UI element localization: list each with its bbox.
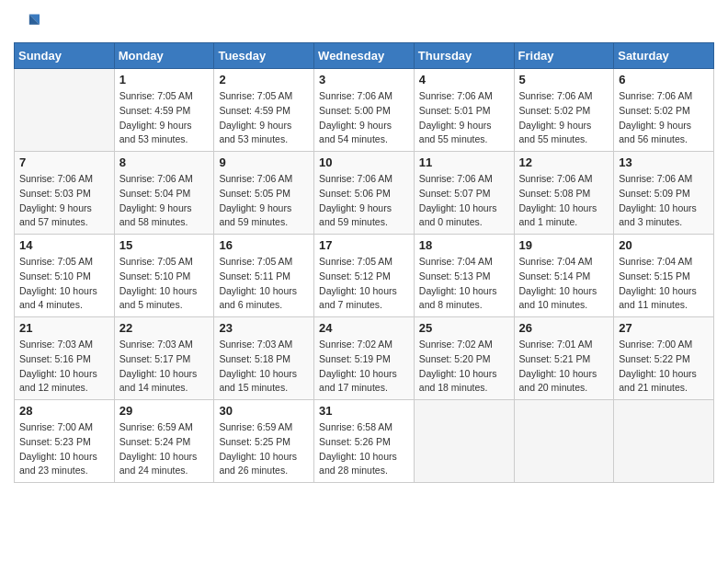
day-number: 9 xyxy=(219,155,309,169)
day-number: 25 xyxy=(419,321,509,335)
day-number: 5 xyxy=(519,73,609,86)
calendar-cell: 27Sunrise: 7:00 AMSunset: 5:22 PMDayligh… xyxy=(614,317,714,400)
calendar-cell: 3Sunrise: 7:06 AMSunset: 5:00 PMDaylight… xyxy=(314,69,415,152)
day-number: 29 xyxy=(119,404,210,418)
day-number: 24 xyxy=(319,321,409,335)
page-header xyxy=(14,9,714,35)
day-info: Sunrise: 7:05 AMSunset: 5:10 PMDaylight:… xyxy=(119,255,210,313)
day-number: 3 xyxy=(319,73,409,86)
day-info: Sunrise: 7:06 AMSunset: 5:04 PMDaylight:… xyxy=(119,172,210,230)
week-row-2: 14Sunrise: 7:05 AMSunset: 5:10 PMDayligh… xyxy=(15,235,714,317)
header-friday: Friday xyxy=(514,43,614,69)
day-number: 7 xyxy=(19,155,109,169)
day-info: Sunrise: 7:05 AMSunset: 4:59 PMDaylight:… xyxy=(119,89,210,147)
day-info: Sunrise: 7:05 AMSunset: 5:10 PMDaylight:… xyxy=(19,255,109,313)
header-sunday: Sunday xyxy=(15,43,115,69)
day-number: 17 xyxy=(319,238,409,252)
calendar-cell: 21Sunrise: 7:03 AMSunset: 5:16 PMDayligh… xyxy=(15,317,115,400)
day-info: Sunrise: 7:05 AMSunset: 4:59 PMDaylight:… xyxy=(219,89,309,147)
day-info: Sunrise: 7:06 AMSunset: 5:01 PMDaylight:… xyxy=(419,89,509,147)
calendar-cell: 30Sunrise: 6:59 AMSunset: 5:25 PMDayligh… xyxy=(214,400,314,483)
day-number: 12 xyxy=(519,155,609,169)
day-number: 23 xyxy=(219,321,309,335)
calendar-cell: 12Sunrise: 7:06 AMSunset: 5:08 PMDayligh… xyxy=(514,152,614,235)
header-wednesday: Wednesday xyxy=(314,43,415,69)
week-row-0: 1Sunrise: 7:05 AMSunset: 4:59 PMDaylight… xyxy=(15,69,714,152)
day-info: Sunrise: 6:58 AMSunset: 5:26 PMDaylight:… xyxy=(319,420,409,478)
calendar-cell: 8Sunrise: 7:06 AMSunset: 5:04 PMDaylight… xyxy=(114,152,214,235)
calendar-cell: 29Sunrise: 6:59 AMSunset: 5:24 PMDayligh… xyxy=(114,400,214,483)
day-info: Sunrise: 7:06 AMSunset: 5:00 PMDaylight:… xyxy=(319,89,409,147)
calendar-header-row: SundayMondayTuesdayWednesdayThursdayFrid… xyxy=(15,43,714,69)
day-number: 2 xyxy=(219,73,309,86)
day-info: Sunrise: 7:02 AMSunset: 5:19 PMDaylight:… xyxy=(319,338,409,396)
day-number: 19 xyxy=(519,238,609,252)
calendar-cell: 31Sunrise: 6:58 AMSunset: 5:26 PMDayligh… xyxy=(314,400,415,483)
calendar-cell: 22Sunrise: 7:03 AMSunset: 5:17 PMDayligh… xyxy=(114,317,214,400)
day-number: 27 xyxy=(619,321,709,335)
calendar-cell: 24Sunrise: 7:02 AMSunset: 5:19 PMDayligh… xyxy=(314,317,415,400)
day-info: Sunrise: 7:06 AMSunset: 5:05 PMDaylight:… xyxy=(219,172,309,230)
day-info: Sunrise: 7:06 AMSunset: 5:03 PMDaylight:… xyxy=(19,172,109,230)
day-info: Sunrise: 7:05 AMSunset: 5:11 PMDaylight:… xyxy=(219,255,309,313)
calendar-cell: 25Sunrise: 7:02 AMSunset: 5:20 PMDayligh… xyxy=(414,317,514,400)
calendar-cell xyxy=(514,400,614,483)
day-number: 10 xyxy=(319,155,409,169)
calendar-cell: 6Sunrise: 7:06 AMSunset: 5:02 PMDaylight… xyxy=(614,69,714,152)
day-info: Sunrise: 7:04 AMSunset: 5:15 PMDaylight:… xyxy=(619,255,709,313)
day-number: 11 xyxy=(419,155,509,169)
day-number: 21 xyxy=(19,321,109,335)
calendar-cell: 16Sunrise: 7:05 AMSunset: 5:11 PMDayligh… xyxy=(214,235,314,317)
day-info: Sunrise: 7:06 AMSunset: 5:08 PMDaylight:… xyxy=(519,172,609,230)
calendar-cell: 2Sunrise: 7:05 AMSunset: 4:59 PMDaylight… xyxy=(214,69,314,152)
day-info: Sunrise: 7:00 AMSunset: 5:23 PMDaylight:… xyxy=(19,420,109,478)
header-monday: Monday xyxy=(114,43,214,69)
calendar-table: SundayMondayTuesdayWednesdayThursdayFrid… xyxy=(14,42,714,483)
calendar-cell: 28Sunrise: 7:00 AMSunset: 5:23 PMDayligh… xyxy=(15,400,115,483)
day-info: Sunrise: 6:59 AMSunset: 5:24 PMDaylight:… xyxy=(119,420,210,478)
day-info: Sunrise: 7:04 AMSunset: 5:14 PMDaylight:… xyxy=(519,255,609,313)
day-info: Sunrise: 7:06 AMSunset: 5:09 PMDaylight:… xyxy=(619,172,709,230)
calendar-cell: 18Sunrise: 7:04 AMSunset: 5:13 PMDayligh… xyxy=(414,235,514,317)
day-number: 28 xyxy=(19,404,109,418)
logo xyxy=(14,9,43,35)
day-info: Sunrise: 7:06 AMSunset: 5:02 PMDaylight:… xyxy=(519,89,609,147)
calendar-cell: 10Sunrise: 7:06 AMSunset: 5:06 PMDayligh… xyxy=(314,152,415,235)
day-info: Sunrise: 7:03 AMSunset: 5:18 PMDaylight:… xyxy=(219,338,309,396)
calendar-cell: 23Sunrise: 7:03 AMSunset: 5:18 PMDayligh… xyxy=(214,317,314,400)
day-info: Sunrise: 7:06 AMSunset: 5:02 PMDaylight:… xyxy=(619,89,709,147)
calendar-cell: 26Sunrise: 7:01 AMSunset: 5:21 PMDayligh… xyxy=(514,317,614,400)
calendar-cell: 7Sunrise: 7:06 AMSunset: 5:03 PMDaylight… xyxy=(15,152,115,235)
calendar-cell: 11Sunrise: 7:06 AMSunset: 5:07 PMDayligh… xyxy=(414,152,514,235)
day-info: Sunrise: 7:04 AMSunset: 5:13 PMDaylight:… xyxy=(419,255,509,313)
day-info: Sunrise: 7:06 AMSunset: 5:06 PMDaylight:… xyxy=(319,172,409,230)
calendar-cell: 19Sunrise: 7:04 AMSunset: 5:14 PMDayligh… xyxy=(514,235,614,317)
week-row-4: 28Sunrise: 7:00 AMSunset: 5:23 PMDayligh… xyxy=(15,400,714,483)
header-thursday: Thursday xyxy=(414,43,514,69)
calendar-cell xyxy=(15,69,115,152)
header-saturday: Saturday xyxy=(614,43,714,69)
day-number: 30 xyxy=(219,404,309,418)
day-info: Sunrise: 7:06 AMSunset: 5:07 PMDaylight:… xyxy=(419,172,509,230)
header-tuesday: Tuesday xyxy=(214,43,314,69)
calendar-cell: 17Sunrise: 7:05 AMSunset: 5:12 PMDayligh… xyxy=(314,235,415,317)
day-number: 6 xyxy=(619,73,709,86)
calendar-cell: 4Sunrise: 7:06 AMSunset: 5:01 PMDaylight… xyxy=(414,69,514,152)
week-row-1: 7Sunrise: 7:06 AMSunset: 5:03 PMDaylight… xyxy=(15,152,714,235)
day-info: Sunrise: 7:00 AMSunset: 5:22 PMDaylight:… xyxy=(619,338,709,396)
calendar-cell: 14Sunrise: 7:05 AMSunset: 5:10 PMDayligh… xyxy=(15,235,115,317)
logo-icon xyxy=(14,9,40,35)
day-number: 1 xyxy=(119,73,210,86)
day-number: 31 xyxy=(319,404,409,418)
day-info: Sunrise: 7:03 AMSunset: 5:17 PMDaylight:… xyxy=(119,338,210,396)
calendar-cell xyxy=(414,400,514,483)
day-info: Sunrise: 7:05 AMSunset: 5:12 PMDaylight:… xyxy=(319,255,409,313)
day-number: 20 xyxy=(619,238,709,252)
day-number: 14 xyxy=(19,238,109,252)
day-number: 22 xyxy=(119,321,210,335)
calendar-cell: 20Sunrise: 7:04 AMSunset: 5:15 PMDayligh… xyxy=(614,235,714,317)
day-number: 26 xyxy=(519,321,609,335)
calendar-cell: 9Sunrise: 7:06 AMSunset: 5:05 PMDaylight… xyxy=(214,152,314,235)
calendar-cell: 1Sunrise: 7:05 AMSunset: 4:59 PMDaylight… xyxy=(114,69,214,152)
week-row-3: 21Sunrise: 7:03 AMSunset: 5:16 PMDayligh… xyxy=(15,317,714,400)
